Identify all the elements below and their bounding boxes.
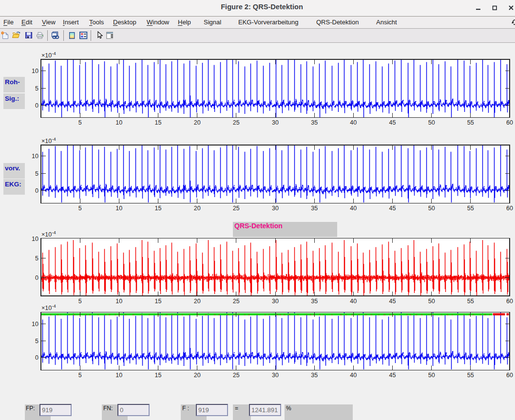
svg-text:5: 5 xyxy=(35,170,38,177)
svg-text:60: 60 xyxy=(506,119,513,126)
svg-text:35: 35 xyxy=(311,119,318,126)
svg-text:15: 15 xyxy=(155,372,162,379)
svg-text:40: 40 xyxy=(350,372,357,379)
svg-text:40: 40 xyxy=(350,119,357,126)
svg-text:10: 10 xyxy=(32,68,38,74)
svg-text:30: 30 xyxy=(272,298,279,305)
svg-text:50: 50 xyxy=(428,119,435,126)
svg-text:50: 50 xyxy=(428,205,435,212)
svg-text:45: 45 xyxy=(389,298,396,305)
svg-text:30: 30 xyxy=(272,205,279,212)
svg-text:60: 60 xyxy=(506,205,513,212)
svg-text:55: 55 xyxy=(467,205,474,212)
svg-text:55: 55 xyxy=(467,119,474,126)
svg-text:5: 5 xyxy=(35,255,38,262)
svg-text:20: 20 xyxy=(194,372,201,379)
svg-text:50: 50 xyxy=(428,298,435,305)
svg-text:10: 10 xyxy=(115,298,122,305)
svg-text:10: 10 xyxy=(32,236,38,242)
svg-text:5: 5 xyxy=(78,298,82,305)
svg-text:60: 60 xyxy=(506,372,513,379)
svg-text:0: 0 xyxy=(35,102,38,109)
svg-text:10: 10 xyxy=(115,119,122,126)
svg-text:20: 20 xyxy=(194,298,201,305)
svg-text:×10-4: ×10-4 xyxy=(41,51,56,59)
svg-text:25: 25 xyxy=(233,372,240,379)
svg-text:5: 5 xyxy=(78,372,82,379)
svg-text:5: 5 xyxy=(78,205,82,212)
svg-text:×10-4: ×10-4 xyxy=(41,230,56,238)
svg-text:25: 25 xyxy=(233,298,240,305)
svg-text:5: 5 xyxy=(35,338,38,345)
svg-text:45: 45 xyxy=(389,119,396,126)
svg-text:5: 5 xyxy=(78,119,82,126)
svg-text:30: 30 xyxy=(272,119,279,126)
svg-text:×10-4: ×10-4 xyxy=(41,303,56,311)
svg-text:10: 10 xyxy=(32,321,38,328)
svg-text:5: 5 xyxy=(35,85,38,92)
svg-text:25: 25 xyxy=(233,119,240,126)
svg-text:0: 0 xyxy=(35,274,38,281)
svg-text:35: 35 xyxy=(311,298,318,305)
svg-text:55: 55 xyxy=(467,372,474,379)
svg-text:10: 10 xyxy=(32,153,38,160)
svg-text:15: 15 xyxy=(155,205,162,212)
svg-text:35: 35 xyxy=(311,372,318,379)
svg-text:10: 10 xyxy=(115,205,122,212)
svg-text:40: 40 xyxy=(350,298,357,305)
svg-text:30: 30 xyxy=(272,372,279,379)
svg-text:×10-4: ×10-4 xyxy=(41,136,56,145)
svg-text:45: 45 xyxy=(389,372,396,379)
svg-text:45: 45 xyxy=(389,205,396,212)
svg-text:0: 0 xyxy=(35,354,38,361)
svg-text:20: 20 xyxy=(194,119,201,126)
svg-text:25: 25 xyxy=(233,205,240,212)
svg-text:35: 35 xyxy=(311,205,318,212)
svg-text:10: 10 xyxy=(115,372,122,379)
svg-text:20: 20 xyxy=(194,205,201,212)
svg-text:0: 0 xyxy=(35,187,38,194)
svg-text:50: 50 xyxy=(428,372,435,379)
svg-text:15: 15 xyxy=(155,119,162,126)
svg-text:15: 15 xyxy=(155,298,162,305)
svg-text:60: 60 xyxy=(506,298,513,305)
svg-text:55: 55 xyxy=(467,298,474,305)
svg-text:40: 40 xyxy=(350,205,357,212)
